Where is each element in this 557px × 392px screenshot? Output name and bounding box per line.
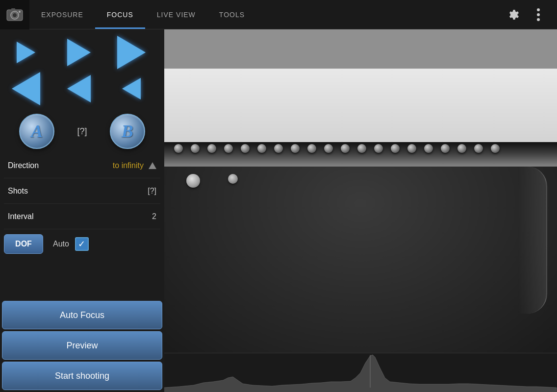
tab-tools[interactable]: TOOLS — [207, 0, 256, 29]
ball-7 — [274, 144, 283, 153]
ball-1 — [174, 144, 183, 153]
camera-view — [164, 29, 557, 353]
interval-row[interactable]: Interval 2 — [4, 204, 160, 229]
settings-button[interactable] — [502, 4, 524, 25]
ball-9 — [307, 144, 316, 153]
direction-value: to infinity — [113, 161, 144, 170]
svg-point-2 — [12, 13, 17, 18]
shots-row[interactable]: Shots [?] — [4, 178, 160, 204]
top-band — [164, 29, 557, 69]
main: A [?] B Direction to infinity Shots [?] — [0, 29, 557, 392]
direction-row[interactable]: Direction to infinity — [4, 153, 160, 178]
header: EXPOSURE FOCUS LIVE VIEW TOOLS — [0, 0, 557, 29]
arrow-right-small-icon — [17, 42, 35, 63]
tab-live-view[interactable]: LIVE VIEW — [145, 0, 207, 29]
ball-3 — [207, 144, 216, 153]
settings-section: Direction to infinity Shots [?] Interval… — [0, 153, 164, 229]
ball-8 — [291, 144, 300, 153]
svg-point-4 — [19, 11, 21, 13]
ball-5 — [241, 144, 250, 153]
focus-backward-medium-button[interactable] — [57, 72, 101, 106]
ab-row: A [?] B — [0, 110, 164, 153]
ball-15 — [407, 144, 416, 153]
interval-value: 2 — [152, 212, 156, 221]
focus-forward-small-button[interactable] — [4, 35, 48, 70]
interval-label: Interval — [8, 212, 33, 221]
arrow-left-large-icon — [12, 72, 40, 105]
focus-backward-small-button[interactable] — [109, 72, 153, 106]
more-vert-icon — [536, 8, 540, 22]
left-panel: A [?] B Direction to infinity Shots [?] — [0, 29, 164, 392]
ball-2 — [191, 144, 200, 153]
scroll-indicator-icon — [149, 162, 156, 169]
checkmark-icon: ✓ — [78, 239, 85, 249]
tab-focus[interactable]: FOCUS — [95, 0, 145, 29]
ball-6 — [257, 144, 266, 153]
point-b-button[interactable]: B — [110, 114, 145, 149]
shots-label: Shots — [8, 187, 28, 196]
dof-auto-row: DOF Auto ✓ — [0, 229, 164, 259]
svg-rect-3 — [11, 8, 15, 10]
shots-value: [?] — [148, 187, 156, 196]
focus-forward-medium-button[interactable] — [57, 35, 101, 70]
tab-bar: EXPOSURE FOCUS LIVE VIEW TOOLS — [29, 0, 502, 29]
dof-button[interactable]: DOF — [4, 234, 43, 254]
focus-forward-large-button[interactable] — [109, 35, 153, 70]
camera-view-panel — [164, 29, 557, 392]
app-icon — [0, 0, 29, 29]
ball-10 — [324, 144, 333, 153]
ball-row — [174, 144, 557, 153]
arrow-left-medium-icon — [67, 75, 91, 102]
arrow-left-small-icon — [122, 78, 141, 99]
gear-icon — [506, 8, 520, 22]
tab-exposure[interactable]: EXPOSURE — [29, 0, 95, 29]
ball-14 — [391, 144, 400, 153]
histogram-area — [164, 353, 557, 392]
svg-point-5 — [537, 8, 540, 11]
screw-detail — [228, 174, 238, 184]
more-options-button[interactable] — [528, 4, 549, 25]
dark-body — [164, 167, 557, 353]
auto-focus-button[interactable]: Auto Focus — [2, 301, 162, 329]
header-actions — [502, 4, 557, 25]
unknown-label: [?] — [77, 126, 87, 137]
ball-11 — [341, 144, 350, 153]
ball-16 — [424, 144, 433, 153]
point-a-button[interactable]: A — [19, 114, 54, 149]
ball-13 — [374, 144, 383, 153]
action-buttons: Auto Focus Preview Start shooting — [0, 259, 164, 392]
ball-4 — [224, 144, 233, 153]
arrow-right-large-icon — [117, 36, 146, 69]
svg-point-6 — [537, 13, 540, 16]
camera-icon — [6, 6, 24, 24]
ball-12 — [357, 144, 366, 153]
svg-point-7 — [537, 18, 540, 21]
ball-19 — [474, 144, 483, 153]
auto-label: Auto — [53, 240, 69, 248]
arrow-grid — [0, 29, 164, 110]
preview-button[interactable]: Preview — [2, 331, 162, 360]
ball-17 — [441, 144, 450, 153]
direction-label: Direction — [8, 161, 39, 170]
auto-checkbox[interactable]: ✓ — [75, 237, 89, 251]
start-shooting-button[interactable]: Start shooting — [2, 362, 162, 390]
screw-left — [186, 174, 200, 188]
focus-backward-large-button[interactable] — [4, 72, 48, 106]
right-highlight — [518, 167, 547, 314]
histogram-chart — [164, 353, 557, 392]
arrow-right-medium-icon — [67, 39, 91, 66]
ball-20 — [491, 144, 500, 153]
ball-18 — [457, 144, 466, 153]
